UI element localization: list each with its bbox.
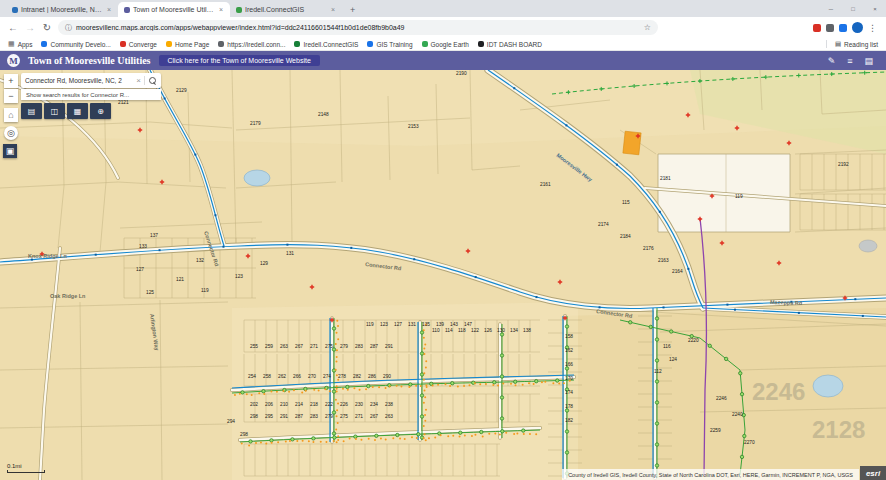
bookmark-item[interactable]: Community Develo... xyxy=(41,41,110,48)
parcel-number: 118 xyxy=(458,328,466,333)
bookmark-item[interactable]: Google Earth xyxy=(422,41,469,48)
parcel-number: 135 xyxy=(422,322,430,327)
tab-title: Town of Mooresville Utilities xyxy=(133,6,215,13)
parcel-number: 131 xyxy=(286,251,294,256)
address-bar[interactable]: ⓘ mooresvillenc.maps.arcgis.com/apps/web… xyxy=(58,20,658,35)
zoom-out-button[interactable]: − xyxy=(4,89,18,103)
my-location-button[interactable]: ◎ xyxy=(4,126,18,140)
window-controls: ─ □ × xyxy=(820,0,886,17)
tab-favicon xyxy=(12,7,18,13)
profile-avatar[interactable] xyxy=(852,22,863,33)
parcel-number: 119 xyxy=(735,194,743,199)
parcel-number: 147 xyxy=(464,322,472,327)
town-website-link[interactable]: Click here for the Town of Mooresville W… xyxy=(159,55,320,66)
bookmark-item[interactable]: GIS Training xyxy=(367,41,412,48)
browser-tab-strip: Intranet | Mooresville, NC - Offi... × T… xyxy=(0,0,886,17)
app-title: Town of Mooresville Utilities xyxy=(28,55,151,66)
bookmark-item[interactable]: Iredell.ConnectGIS xyxy=(294,41,358,48)
parcel-number: 298 xyxy=(240,432,248,437)
parcel-number: 279 xyxy=(325,414,333,419)
edit-icon[interactable]: ✎ xyxy=(828,56,836,66)
new-tab-button[interactable]: + xyxy=(342,2,363,17)
parcel-number: 126 xyxy=(484,328,492,333)
reading-list-button[interactable]: ▤Reading list xyxy=(826,40,878,48)
parcel-number: 129 xyxy=(260,261,268,266)
browser-menu-icon[interactable]: ⋮ xyxy=(868,23,877,33)
search-submit-button[interactable] xyxy=(145,73,161,88)
window-maximize-button[interactable]: □ xyxy=(842,0,864,17)
refresh-button[interactable]: ↻ xyxy=(41,22,53,33)
blue-extension-icon[interactable] xyxy=(839,24,847,32)
zoom-in-button[interactable]: + xyxy=(4,74,18,88)
measure-icon[interactable]: ≡ xyxy=(847,56,852,66)
parcel-number: 238 xyxy=(385,402,393,407)
parcel-number: 202 xyxy=(250,402,258,407)
parcel-number: 2192 xyxy=(838,162,849,167)
parcel-number: 2240 xyxy=(732,412,743,417)
bookmark-star-icon[interactable]: ☆ xyxy=(644,23,651,32)
home-extent-button[interactable]: ⌂ xyxy=(4,108,18,122)
pdf-extension-icon[interactable] xyxy=(813,24,821,32)
bookmark-label: Community Develo... xyxy=(50,41,110,48)
parcel-number: 116 xyxy=(663,344,671,349)
browser-tab-connectgis[interactable]: Iredell.ConnectGIS × xyxy=(230,2,342,17)
bookmark-label: Google Earth xyxy=(431,41,469,48)
measurement-widget-button[interactable]: ⊕ xyxy=(90,103,111,119)
parcel-number: 134 xyxy=(510,328,518,333)
parcel-number: 137 xyxy=(150,233,158,238)
basemap-gallery-widget-button[interactable]: ▦ xyxy=(67,103,88,119)
tab-favicon xyxy=(236,7,242,13)
parcel-number: 2163 xyxy=(658,258,669,263)
parcel-number: 267 xyxy=(295,344,303,349)
parcel-number: 262 xyxy=(278,374,286,379)
browser-tab-intranet[interactable]: Intranet | Mooresville, NC - Offi... × xyxy=(6,2,118,17)
parcel-number: 130 xyxy=(497,328,505,333)
legend-widget-button[interactable]: ▤ xyxy=(21,103,42,119)
bookmark-apps[interactable]: ▦Apps xyxy=(8,40,32,48)
search-input[interactable]: Connector Rd, Mooresville, NC, 2 xyxy=(21,77,133,84)
parcel-number: 143 xyxy=(450,322,458,327)
parcel-number: 119 xyxy=(366,322,374,327)
extra-tool-button[interactable]: ▣ xyxy=(3,144,17,158)
puzzle-extension-icon[interactable] xyxy=(826,24,834,32)
bookmark-item[interactable]: Converge xyxy=(120,41,157,48)
tab-title: Intranet | Mooresville, NC - Offi... xyxy=(21,6,103,13)
parcel-number: 266 xyxy=(293,374,301,379)
parcel-number: 286 xyxy=(368,374,376,379)
map-canvas[interactable]: Connector RdConnector RdConnector RdMoor… xyxy=(0,70,886,480)
parcel-number: 121 xyxy=(176,277,184,282)
parcel-number: 270 xyxy=(308,374,316,379)
search-suggestion[interactable]: Show search results for Connector R... xyxy=(21,89,161,100)
parcel-number: 133 xyxy=(139,244,147,249)
bookmark-favicon xyxy=(294,41,300,47)
map-search-box[interactable]: Connector Rd, Mooresville, NC, 2 × xyxy=(21,73,161,88)
bookmark-item[interactable]: Home Page xyxy=(166,41,209,48)
layers-icon[interactable]: ▤ xyxy=(864,56,873,66)
map-attribution: County of Iredell GIS, Iredell County, S… xyxy=(562,469,859,480)
parcel-number: 115 xyxy=(622,200,630,205)
browser-tab-utilities[interactable]: Town of Mooresville Utilities × xyxy=(118,2,230,17)
bookmark-item[interactable]: IDT DASH BOARD xyxy=(478,41,542,48)
pond xyxy=(813,375,843,397)
bookmark-favicon xyxy=(218,41,224,47)
parcel-number: 278 xyxy=(338,374,346,379)
back-button[interactable]: ← xyxy=(7,22,19,33)
window-close-button[interactable]: × xyxy=(864,0,886,17)
parcel-number: 275 xyxy=(340,414,348,419)
tab-close-icon[interactable]: × xyxy=(330,6,336,13)
parcel-number: 2220 xyxy=(688,338,699,343)
site-info-icon[interactable]: ⓘ xyxy=(65,23,72,33)
forward-button[interactable]: → xyxy=(24,22,36,33)
window-minimize-button[interactable]: ─ xyxy=(820,0,842,17)
layer-list-widget-button[interactable]: ◫ xyxy=(44,103,65,119)
tab-close-icon[interactable]: × xyxy=(218,6,224,13)
search-clear-icon[interactable]: × xyxy=(133,76,144,85)
tab-close-icon[interactable]: × xyxy=(106,6,112,13)
parcel-number: 112 xyxy=(654,369,662,374)
bookmark-item[interactable]: https://iredell.conn... xyxy=(218,41,285,48)
parcel-number: 271 xyxy=(355,414,363,419)
parcel-number: 2164 xyxy=(672,269,683,274)
bookmark-favicon xyxy=(41,41,47,47)
map-viewport[interactable]: Connector RdConnector RdConnector RdMoor… xyxy=(0,70,886,480)
parcel-number: 2176 xyxy=(643,246,654,251)
